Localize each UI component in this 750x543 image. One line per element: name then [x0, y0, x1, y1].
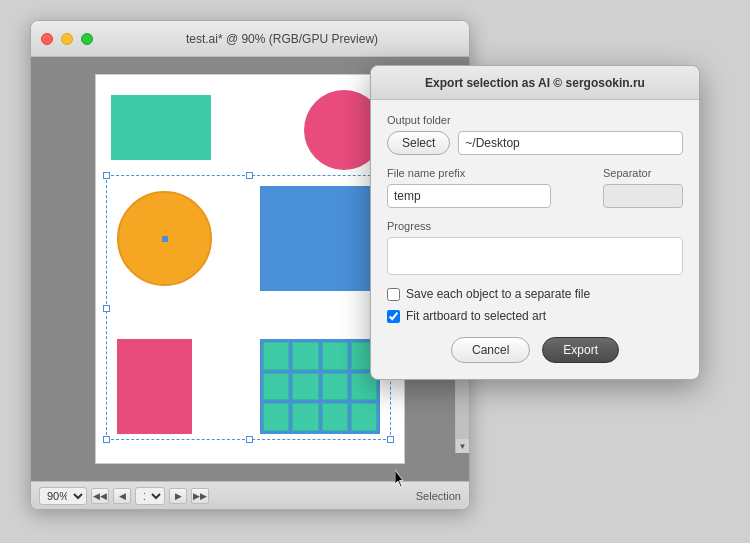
dialog-title: Export selection as AI © sergosokin.ru	[425, 76, 645, 90]
prefix-separator-row: File name prefix Separator	[387, 167, 683, 208]
fit-artboard-row: Fit artboard to selected art	[387, 309, 683, 323]
zoom-select[interactable]: 90%	[39, 487, 87, 505]
dialog-button-row: Cancel Export	[371, 337, 699, 363]
grid-cell	[263, 403, 289, 431]
artboard	[95, 74, 405, 464]
separator-input[interactable]	[603, 184, 683, 208]
grid-cell	[292, 403, 318, 431]
pink-rectangle-bottom	[117, 339, 192, 434]
teal-rectangle	[111, 95, 211, 160]
page-select[interactable]: 1	[135, 487, 165, 505]
select-button[interactable]: Select	[387, 131, 450, 155]
handle-top-left[interactable]	[103, 172, 110, 179]
fit-artboard-checkbox[interactable]	[387, 310, 400, 323]
handle-middle-left[interactable]	[103, 305, 110, 312]
export-dialog: Export selection as AI © sergosokin.ru O…	[370, 65, 700, 380]
selection-group[interactable]	[106, 175, 391, 440]
file-name-prefix-input[interactable]	[387, 184, 551, 208]
folder-path-input[interactable]	[458, 131, 683, 155]
save-each-row: Save each object to a separate file	[387, 287, 683, 301]
cancel-button[interactable]: Cancel	[451, 337, 530, 363]
status-text: Selection	[416, 490, 461, 502]
handle-bottom-left[interactable]	[103, 436, 110, 443]
progress-label: Progress	[387, 220, 683, 232]
blue-rectangle	[260, 186, 375, 291]
file-name-prefix-label: File name prefix	[387, 167, 595, 179]
bottom-toolbar: 90% ◀◀ ◀ 1 ▶ ▶▶ Selection	[31, 481, 469, 509]
grid-cell	[292, 373, 318, 401]
separator-col: Separator	[603, 167, 683, 208]
output-folder-row: Select	[387, 131, 683, 155]
green-grid	[260, 339, 380, 434]
circle-center-point	[162, 236, 168, 242]
separator-label: Separator	[603, 167, 683, 179]
fit-artboard-label: Fit artboard to selected art	[406, 309, 546, 323]
orange-circle	[117, 191, 212, 286]
dialog-body: Output folder Select File name prefix Se…	[371, 100, 699, 323]
progress-section: Progress	[387, 220, 683, 275]
handle-bottom-middle[interactable]	[246, 436, 253, 443]
nav-last-button[interactable]: ▶▶	[191, 488, 209, 504]
grid-cell	[322, 403, 348, 431]
save-each-checkbox[interactable]	[387, 288, 400, 301]
grid-cell	[351, 403, 377, 431]
nav-prev-button[interactable]: ◀	[113, 488, 131, 504]
minimize-button[interactable]	[61, 33, 73, 45]
grid-cell	[322, 373, 348, 401]
nav-next-button[interactable]: ▶	[169, 488, 187, 504]
grid-cell	[263, 373, 289, 401]
grid-cell	[322, 342, 348, 370]
save-each-label: Save each object to a separate file	[406, 287, 590, 301]
output-folder-label: Output folder	[387, 114, 683, 126]
nav-first-button[interactable]: ◀◀	[91, 488, 109, 504]
maximize-button[interactable]	[81, 33, 93, 45]
title-bar: test.ai* @ 90% (RGB/GPU Preview)	[31, 21, 469, 57]
grid-cell	[263, 342, 289, 370]
window-title: test.ai* @ 90% (RGB/GPU Preview)	[105, 32, 459, 46]
handle-top-middle[interactable]	[246, 172, 253, 179]
dialog-titlebar: Export selection as AI © sergosokin.ru	[371, 66, 699, 100]
close-button[interactable]	[41, 33, 53, 45]
export-button[interactable]: Export	[542, 337, 619, 363]
progress-box	[387, 237, 683, 275]
grid-cell	[292, 342, 318, 370]
prefix-col: File name prefix	[387, 167, 595, 208]
handle-bottom-right[interactable]	[387, 436, 394, 443]
scroll-down-button[interactable]: ▼	[456, 439, 470, 453]
